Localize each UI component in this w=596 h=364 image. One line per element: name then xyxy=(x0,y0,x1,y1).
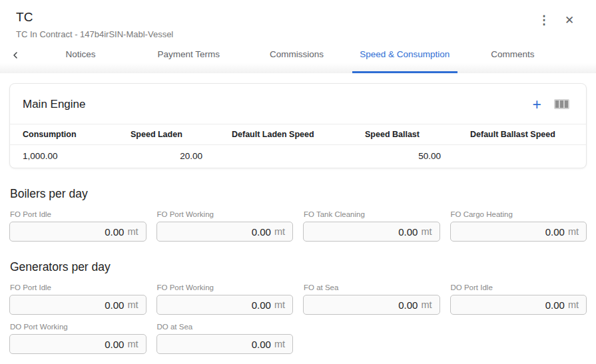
generators-input-fo-port-idle[interactable]: 0.00 mt xyxy=(9,295,147,315)
generators-input-do-port-idle[interactable]: 0.00 mt xyxy=(450,295,587,315)
field-unit: mt xyxy=(274,299,285,310)
add-row-icon[interactable]: + xyxy=(531,98,543,111)
field: FO Cargo Heating 0.00 mt xyxy=(450,210,587,242)
field: FO Port Idle 0.00 mt xyxy=(9,283,147,315)
field-unit: mt xyxy=(127,339,138,349)
field-value: 0.00 xyxy=(398,226,418,238)
tc-dialog: TC TC In Contract - 147b4irSIN-Mabl-Vess… xyxy=(0,0,596,364)
field-unit: mt xyxy=(421,299,432,310)
kebab-menu-icon[interactable]: ⋮ xyxy=(536,12,552,28)
field-unit: mt xyxy=(127,299,138,310)
tab-comments[interactable]: Comments xyxy=(459,41,567,73)
table-cell: 20.00 xyxy=(131,151,232,161)
main-engine-card: Main Engine + Consumption Speed Laden De… xyxy=(9,83,587,168)
table-header-row: Consumption Speed Laden Default Laden Sp… xyxy=(10,124,586,145)
column-header-speed-laden: Speed Laden xyxy=(131,130,232,139)
field-value: 0.00 xyxy=(545,299,565,311)
field: DO at Sea 0.00 mt xyxy=(156,323,294,354)
field-value: 0.00 xyxy=(545,226,565,238)
close-icon[interactable]: ✕ xyxy=(561,12,577,28)
table-cell xyxy=(470,151,586,161)
field-label: FO Cargo Heating xyxy=(451,210,587,218)
dialog-header: TC TC In Contract - 147b4irSIN-Mabl-Vess… xyxy=(0,0,596,41)
boilers-fields: FO Port Idle 0.00 mt FO Port Working 0.0… xyxy=(9,210,587,242)
generators-input-fo-port-working[interactable]: 0.00 mt xyxy=(156,295,294,315)
boilers-section: Boilers per day FO Port Idle 0.00 mt FO … xyxy=(9,187,587,242)
table-cell: 1,000.00 xyxy=(10,151,131,161)
field-label: FO Port Idle xyxy=(10,283,147,291)
boilers-section-title: Boilers per day xyxy=(10,187,586,201)
generators-section-title: Generators per day xyxy=(10,260,586,274)
field-unit: mt xyxy=(421,226,432,237)
field-label: FO at Sea xyxy=(304,283,440,291)
field-label: FO Port Idle xyxy=(10,210,147,218)
dialog-subtitle: TC In Contract - 147b4irSIN-Mabl-Vessel xyxy=(16,29,580,39)
field: DO Port Working 0.00 mt xyxy=(9,323,147,354)
page-title: TC xyxy=(16,10,580,25)
generators-input-do-at-sea[interactable]: 0.00 mt xyxy=(156,334,294,354)
boilers-input-fo-cargo-heating[interactable]: 0.00 mt xyxy=(450,222,587,242)
field-unit: mt xyxy=(274,226,285,237)
field-label: DO Port Working xyxy=(10,323,147,331)
generators-fields: FO Port Idle 0.00 mt FO Port Working 0.0… xyxy=(9,283,587,354)
field-value: 0.00 xyxy=(398,299,418,311)
tab-speed-consumption[interactable]: Speed & Consumption xyxy=(351,41,459,73)
field-unit: mt xyxy=(568,299,579,310)
view-columns-icon[interactable] xyxy=(554,99,569,110)
column-header-consumption: Consumption xyxy=(10,130,131,139)
field-label: FO Tank Cleaning xyxy=(304,210,440,218)
field-value: 0.00 xyxy=(252,299,271,311)
field-label: DO Port Idle xyxy=(451,283,587,291)
tab-payment-terms[interactable]: Payment Terms xyxy=(135,41,242,73)
field: FO Port Idle 0.00 mt xyxy=(9,210,147,242)
header-actions: ⋮ ✕ xyxy=(536,12,577,28)
boilers-input-fo-port-working[interactable]: 0.00 mt xyxy=(156,222,294,242)
column-header-speed-ballast: Speed Ballast xyxy=(365,130,470,139)
field: FO Port Working 0.00 mt xyxy=(156,283,294,315)
main-engine-card-header: Main Engine + xyxy=(10,84,586,124)
table-cell: 50.00 xyxy=(365,151,470,161)
generators-input-fo-at-sea[interactable]: 0.00 mt xyxy=(303,295,440,315)
boilers-input-fo-port-idle[interactable]: 0.00 mt xyxy=(9,222,147,242)
generators-input-do-port-working[interactable]: 0.00 mt xyxy=(9,334,147,354)
field: DO Port Idle 0.00 mt xyxy=(450,283,587,315)
field-value: 0.00 xyxy=(105,299,124,311)
field-unit: mt xyxy=(568,226,579,237)
field-value: 0.00 xyxy=(105,339,124,350)
field: FO Port Working 0.00 mt xyxy=(156,210,294,242)
field-label: FO Port Working xyxy=(157,210,294,218)
speed-consumption-panel: Main Engine + Consumption Speed Laden De… xyxy=(0,73,596,354)
field: FO at Sea 0.00 mt xyxy=(303,283,440,315)
tab-bar: Notices Payment Terms Commissions Speed … xyxy=(0,41,596,73)
tab-commissions[interactable]: Commissions xyxy=(242,41,350,73)
field-value: 0.00 xyxy=(252,226,271,238)
chevron-left-icon[interactable] xyxy=(0,41,27,73)
field-value: 0.00 xyxy=(105,226,124,238)
field-unit: mt xyxy=(127,226,138,237)
boilers-input-fo-tank-cleaning[interactable]: 0.00 mt xyxy=(303,222,440,242)
field-unit: mt xyxy=(274,339,285,349)
generators-section: Generators per day FO Port Idle 0.00 mt … xyxy=(9,260,587,354)
field-label: FO Port Working xyxy=(157,283,294,291)
view-columns-glyph xyxy=(554,99,569,109)
tab-notices[interactable]: Notices xyxy=(27,41,135,73)
column-header-default-laden-speed: Default Laden Speed xyxy=(232,130,365,139)
field-label: DO at Sea xyxy=(157,323,294,331)
card-title: Main Engine xyxy=(23,98,86,111)
table-row[interactable]: 1,000.00 20.00 50.00 xyxy=(10,145,586,168)
card-actions: + xyxy=(531,98,569,111)
field-value: 0.00 xyxy=(252,339,271,350)
table-cell xyxy=(232,151,365,161)
field: FO Tank Cleaning 0.00 mt xyxy=(303,210,440,242)
column-header-default-ballast-speed: Default Ballast Speed xyxy=(470,130,586,139)
